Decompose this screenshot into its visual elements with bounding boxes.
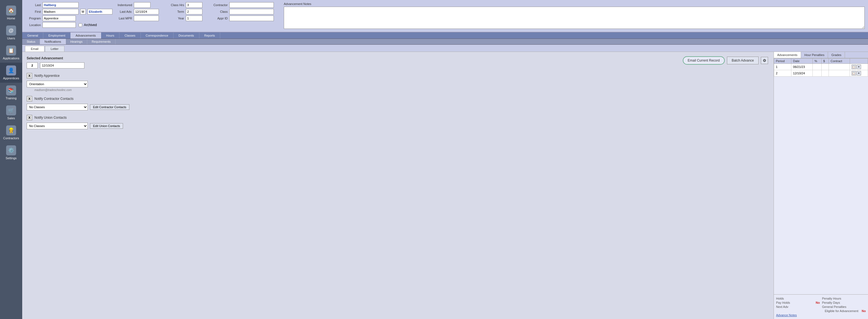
tab-classes[interactable]: Classes [119,32,141,39]
header-form: Last First Program Location Archived [22,0,868,32]
notify-union-section: X Notify Union Contacts No Classes Orien… [27,115,769,129]
sidebar-item-users[interactable]: @ Users [0,23,22,43]
right-tab-hour-penalties[interactable]: Hour Penalties [801,52,828,58]
notify-union-dropdown-row: No Classes Orientation Edit Union Contac… [27,122,769,129]
advance-notes-link[interactable]: Advance Notes [776,314,797,317]
tab-general[interactable]: General [22,32,43,39]
notify-contractor-dropdown[interactable]: No Classes Orientation [27,104,88,110]
notify-apprentice-email-hint: madisen@tradeschoolinc.com [34,88,769,92]
sidebar-item-contractors[interactable]: 👷 Contractors [0,122,22,143]
program-row: Program [26,15,113,21]
notify-union-label: Notify Union Contacts [34,116,67,119]
gear-settings-button[interactable]: ⚙ [761,57,768,64]
sub-tabs-row: Status Notifications Hearings Requiremen… [22,39,868,45]
class-hrs-label: Class Hrs [169,3,184,7]
tab3-letter[interactable]: Letter [45,46,64,51]
sidebar-item-settings[interactable]: ⚙️ Settings [0,143,22,163]
tab-correspondence[interactable]: Correspondence [141,32,174,39]
batch-advance-button[interactable]: Batch Advance [727,57,758,64]
first-name-input[interactable] [42,9,79,14]
sidebar-icon-settings: ⚙️ [6,145,16,155]
sidebar-item-apprentices[interactable]: 👤 Apprentices [0,63,22,83]
cell-date: 12/10/24 [792,70,813,77]
tab3-email[interactable]: Email [25,46,44,51]
notify-contractor-toggle[interactable]: X [27,96,32,102]
col-period: Period [774,59,792,64]
table-row[interactable]: 2 12/10/24 📋 ✕ [774,70,868,77]
tab-employment[interactable]: Employment [43,32,70,39]
sidebar-item-sales[interactable]: 🛒 Sales [0,103,22,122]
delete-row-button[interactable]: ✕ [857,71,861,75]
indentured-input[interactable] [134,2,151,8]
class-hrs-row: Class Hrs [169,2,203,8]
sidebar-item-training[interactable]: 📚 Training [0,83,22,103]
sidebar-item-applications[interactable]: 📋 Applications [0,43,22,63]
cell-period: 1 [774,64,792,70]
tab-hours[interactable]: Hours [101,32,119,39]
contractor-input[interactable] [229,2,274,8]
cell-contract [829,64,850,70]
copy-row-button[interactable]: 📋 [851,71,856,75]
notify-contractor-section: X Notify Contractor Contacts No Classes … [27,96,769,110]
appr-id-row: Appr ID [212,15,274,21]
sidebar-item-home[interactable]: 🏠 Home [0,3,22,23]
mi-input[interactable] [80,9,86,14]
delete-row-button[interactable]: ✕ [857,65,861,69]
table-row[interactable]: 1 06/21/23 📋 ✕ [774,64,868,70]
sidebar-label-settings: Settings [5,156,17,160]
last-name-row: Last [26,2,113,8]
program-input[interactable] [42,15,76,21]
penalty-hours-row: Penalty Hours [822,297,866,300]
sidebar-label-training: Training [5,97,17,100]
tab-reports[interactable]: Reports [199,32,220,39]
advancement-number-row: 2 12/10/24 [27,62,769,69]
header-class-section: Class Hrs Term Year [169,2,203,21]
first-name-row: First [26,9,113,14]
notify-apprentice-toggle[interactable]: X [27,73,32,78]
content-area: Email Current Record Batch Advance ⚙ Sel… [22,52,868,319]
advancement-notes-input[interactable] [284,7,865,29]
class-input[interactable] [229,9,274,14]
term-input[interactable] [186,9,203,14]
edit-contractor-contacts-button[interactable]: Edit Contractor Contacts [90,104,129,110]
notify-apprentice-section: X Notify Apprentice Orientation No Class… [27,73,769,92]
location-input[interactable] [42,22,76,28]
year-input[interactable] [186,15,203,21]
right-tab-advancements[interactable]: Advancements [774,52,801,58]
cell-date: 06/21/23 [792,64,813,70]
tab-advancements[interactable]: Advancements [70,32,101,39]
appr-id-label: Appr ID [212,16,228,20]
archived-label: Archived [84,23,97,27]
main-tabs-row: General Employment Advancements Hours Cl… [22,32,868,39]
advancement-number: 2 [27,62,38,69]
tab2-hearings[interactable]: Hearings [66,39,87,44]
notify-apprentice-dropdown[interactable]: Orientation No Classes [27,81,88,87]
archived-checkbox[interactable] [79,23,82,27]
advancements-table-scroll: Period Date % $ Contract 1 06/21/23 [774,58,868,294]
sidebar-icon-sales: 🛒 [6,105,16,115]
header-dates-section: Indentured Last Adv. Last MPR [117,2,159,21]
appr-id-input[interactable] [229,15,274,21]
copy-row-button[interactable]: 📋 [851,65,856,69]
class-hrs-input[interactable] [186,2,203,8]
tab2-notifications[interactable]: Notifications [40,39,66,44]
last-adv-input[interactable] [134,9,159,14]
sidebar-icon-home: 🏠 [6,5,16,15]
tab-documents[interactable]: Documents [174,32,199,39]
last-mpr-input[interactable] [134,15,159,21]
mi2-input[interactable] [88,9,113,14]
notify-union-dropdown[interactable]: No Classes Orientation [27,122,88,129]
notify-union-toggle[interactable]: X [27,115,32,120]
email-current-record-button[interactable]: Email Current Record [683,56,725,65]
right-tab-grades[interactable]: Grades [828,52,845,58]
cell-actions: 📋 ✕ [850,70,868,77]
advancement-notes-label: Advancement Notes [284,2,865,5]
indentured-label: Indentured [117,3,132,7]
col-actions [850,59,868,64]
cell-pct [813,64,822,70]
last-name-input[interactable] [42,2,79,8]
tab2-requirements[interactable]: Requirements [87,39,115,44]
tab2-status[interactable]: Status [22,39,40,44]
action-bar: Email Current Record Batch Advance ⚙ [683,56,768,65]
edit-union-contacts-button[interactable]: Edit Union Contacts [90,123,123,129]
